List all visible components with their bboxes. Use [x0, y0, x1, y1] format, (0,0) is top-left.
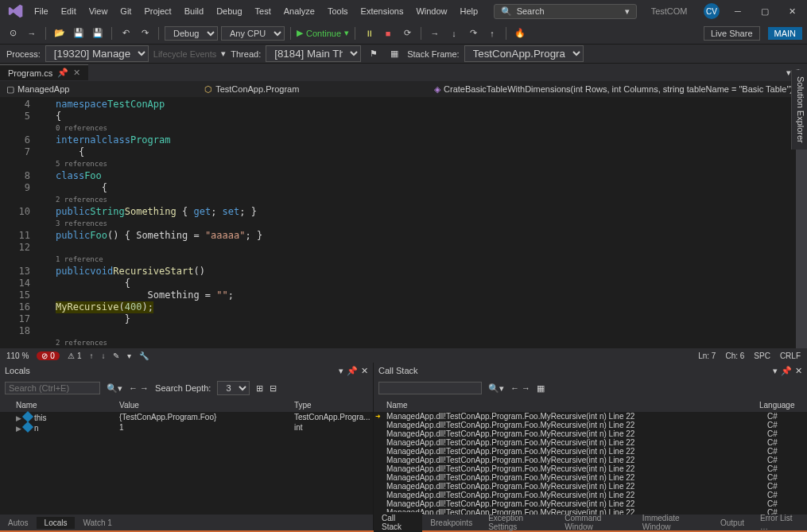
tab-call-stack[interactable]: Call Stack [374, 512, 422, 532]
tab-breakpoints[interactable]: Breakpoints [422, 517, 480, 529]
thread-dropdown[interactable]: [8184] Main Thread [266, 45, 361, 62]
view-mode-icon[interactable]: ▦ [537, 383, 545, 394]
panel-dropdown-icon[interactable]: ▾ [773, 366, 778, 376]
hot-reload-icon[interactable]: 🔥 [512, 25, 528, 41]
show-next-icon[interactable]: → [427, 25, 443, 41]
panel-dropdown-icon[interactable]: ▾ [339, 366, 343, 376]
line-ending[interactable]: CRLF [780, 351, 801, 360]
document-tabs: Program.cs 📌 ✕ ▾ ⚙ [0, 64, 807, 81]
callstack-frame[interactable]: ManagedApp.dll!TestConApp.Program.Foo.My… [374, 421, 807, 429]
locals-search-input[interactable] [5, 382, 100, 394]
menu-help[interactable]: Help [455, 4, 484, 18]
save-all-icon[interactable]: 💾 [90, 25, 106, 41]
callstack-frame[interactable]: ManagedApp.dll!TestConApp.Program.Foo.My… [374, 473, 807, 482]
nav-back-icon[interactable]: ⊙ [5, 25, 21, 41]
tab-exception-settings[interactable]: Exception Settings [480, 512, 557, 532]
panel-pin-icon[interactable]: 📌 [781, 366, 792, 376]
live-share-button[interactable]: Live Share [704, 26, 760, 41]
callstack-frame[interactable]: ManagedApp.dll!TestConApp.Program.Foo.My… [374, 499, 807, 508]
tab-command-window[interactable]: Command Window [557, 512, 634, 532]
step-out-icon[interactable]: ↑ [484, 25, 500, 41]
nav-down-icon[interactable]: ↓ [101, 351, 105, 360]
menu-window[interactable]: Window [410, 4, 452, 18]
error-count[interactable]: ⊘ 0 [37, 351, 60, 360]
undo-icon[interactable]: ↶ [118, 25, 134, 41]
nav-fwd-icon[interactable]: → [24, 25, 40, 41]
code-body[interactable]: namespace TestConApp{ 0 references inter… [56, 97, 807, 348]
callstack-frame[interactable]: ManagedApp.dll!TestConApp.Program.Foo.My… [374, 464, 807, 473]
zoom-level[interactable]: 110 % [6, 351, 29, 360]
menu-git[interactable]: Git [114, 4, 137, 18]
menu-build[interactable]: Build [179, 4, 209, 18]
global-search[interactable]: 🔍 Search ▾ [494, 4, 637, 19]
stackframe-dropdown[interactable]: TestConApp.Program.Foo.MyRecursive [464, 45, 584, 62]
callstack-frame[interactable]: ManagedApp.dll!TestConApp.Program.Foo.My… [374, 491, 807, 499]
flag-icon[interactable]: ⚑ [366, 46, 382, 62]
tab-error-list-…[interactable]: Error List … [752, 512, 807, 532]
code-editor[interactable]: 45678910111213141516171819202122➜232425 … [0, 97, 807, 348]
stop-icon[interactable]: ■ [380, 25, 396, 41]
indent-mode[interactable]: SPC [754, 351, 770, 360]
callstack-search-input[interactable] [378, 382, 482, 394]
callstack-frame[interactable]: ManagedApp.dll!TestConApp.Program.Foo.My… [374, 429, 807, 438]
menu-extensions[interactable]: Extensions [355, 4, 409, 18]
breadcrumb-method[interactable]: ◈CrateBasicTableWithDimensions(int Rows,… [434, 84, 801, 95]
break-all-icon[interactable]: ⏸ [361, 25, 377, 41]
config-dropdown[interactable]: Debug [165, 26, 218, 41]
warning-count[interactable]: ⚠ 1 [68, 351, 82, 360]
callstack-frame[interactable]: ManagedApp.dll!TestConApp.Program.Foo.My… [374, 482, 807, 491]
depth-dropdown[interactable]: 3 [217, 381, 250, 395]
minimize-button[interactable]: ─ [726, 3, 750, 19]
save-icon[interactable]: 💾 [71, 25, 87, 41]
breadcrumb-project[interactable]: ▢ManagedApp [6, 84, 69, 95]
locals-tb-icon1[interactable]: ⊞ [256, 383, 263, 394]
step-over-icon[interactable]: ↷ [465, 25, 481, 41]
maximize-button[interactable]: ▢ [753, 3, 777, 19]
platform-dropdown[interactable]: Any CPU [221, 26, 285, 41]
close-tab-icon[interactable]: ✕ [73, 68, 80, 78]
menu-test[interactable]: Test [250, 4, 277, 18]
continue-button[interactable]: ▶ Continue ▾ [297, 28, 349, 38]
menu-view[interactable]: View [83, 4, 114, 18]
wrench-icon[interactable]: 🔧 [139, 351, 149, 360]
locals-tb-icon2[interactable]: ⊟ [270, 383, 277, 394]
panel-close-icon[interactable]: ✕ [361, 366, 368, 376]
callstack-frame[interactable]: ManagedApp.dll!TestConApp.Program.Foo.My… [374, 447, 807, 456]
menu-file[interactable]: File [29, 4, 54, 18]
search-go-icon[interactable]: 🔍▾ [107, 383, 122, 394]
lifecycle-events[interactable]: Lifecycle Events [153, 49, 216, 59]
restart-icon[interactable]: ⟳ [399, 25, 415, 41]
pen-icon[interactable]: ✎ [113, 351, 119, 360]
tab-locals[interactable]: Locals [37, 517, 76, 529]
panel-pin-icon[interactable]: 📌 [347, 366, 358, 376]
menu-analyze[interactable]: Analyze [278, 4, 320, 18]
pin-icon[interactable]: 📌 [57, 68, 68, 78]
menu-edit[interactable]: Edit [56, 4, 82, 18]
tab-output[interactable]: Output [712, 517, 752, 529]
callstack-frame[interactable]: ManagedApp.dll!TestConApp.Program.Foo.My… [374, 438, 807, 447]
locals-row[interactable]: ▶n1int [0, 422, 373, 433]
callstack-frame[interactable]: ➜ManagedApp.dll!TestConApp.Program.Foo.M… [374, 412, 807, 421]
step-into-icon[interactable]: ↓ [446, 25, 462, 41]
tab-watch-1[interactable]: Watch 1 [75, 517, 119, 529]
search-go-icon[interactable]: 🔍▾ [488, 383, 504, 394]
solution-explorer-collapsed[interactable]: Solution Explorer [791, 70, 807, 150]
file-tab-program[interactable]: Program.cs 📌 ✕ [0, 64, 88, 80]
menu-tools[interactable]: Tools [322, 4, 354, 18]
menu-project[interactable]: Project [138, 4, 177, 18]
process-dropdown[interactable]: [19320] ManagedApp.exe [45, 45, 149, 62]
redo-icon[interactable]: ↷ [137, 25, 153, 41]
nav-up-icon[interactable]: ↑ [89, 351, 93, 360]
tab-autos[interactable]: Autos [0, 517, 37, 529]
callstack-frame[interactable]: ManagedApp.dll!TestConApp.Program.Foo.My… [374, 456, 807, 464]
open-icon[interactable]: 📂 [52, 25, 68, 41]
locals-row[interactable]: ▶this{TestConApp.Program.Foo}TestConApp.… [0, 412, 373, 422]
panel-close-icon[interactable]: ✕ [795, 366, 802, 376]
main-badge[interactable]: MAIN [768, 27, 803, 40]
user-avatar[interactable]: CV [704, 3, 720, 19]
menu-debug[interactable]: Debug [211, 4, 247, 18]
tab-immediate-window[interactable]: Immediate Window [634, 512, 712, 532]
threads-icon[interactable]: ▦ [386, 46, 402, 62]
close-button[interactable]: ✕ [780, 3, 804, 19]
breadcrumb-class[interactable]: ⬡TestConApp.Program [204, 84, 299, 95]
